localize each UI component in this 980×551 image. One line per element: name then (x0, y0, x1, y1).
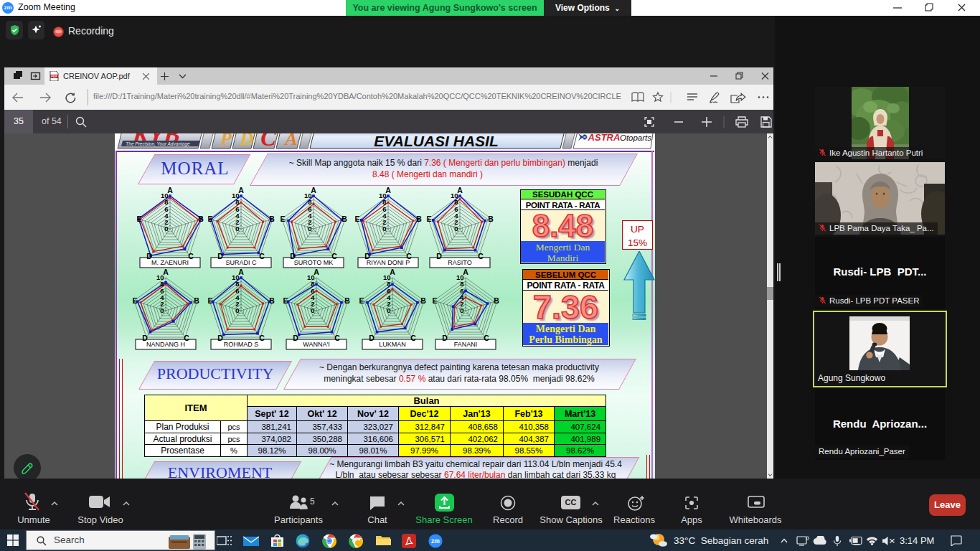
svg-text:PDF: PDF (51, 75, 57, 78)
svg-text:0: 0 (454, 225, 458, 232)
svg-text:E: E (432, 296, 437, 305)
svg-text:B: B (420, 296, 426, 305)
svg-text:D: D (293, 334, 298, 342)
svg-text:0: 0 (311, 306, 314, 314)
svg-text:B: B (494, 296, 499, 305)
svg-text:E: E (136, 215, 141, 223)
svg-text:0: 0 (387, 306, 390, 314)
svg-text:0: 0 (235, 306, 239, 314)
svg-text:B: B (198, 215, 204, 223)
svg-text:C: C (259, 334, 265, 342)
svg-text:C: C (259, 252, 265, 260)
svg-text:C: C (410, 334, 416, 342)
svg-text:FANANI: FANANI (454, 341, 478, 348)
svg-text:B: B (194, 296, 199, 305)
svg-text:B: B (416, 215, 422, 223)
svg-text:E: E (283, 296, 288, 305)
svg-text:0: 0 (164, 225, 168, 232)
svg-text:E: E (207, 215, 212, 223)
svg-text:C: C (334, 334, 340, 342)
svg-text:E: E (207, 296, 212, 305)
svg-text:E: E (426, 215, 431, 223)
svg-text:M. ZAENURI: M. ZAENURI (151, 259, 189, 266)
svg-text:B: B (488, 215, 494, 223)
svg-text:B: B (344, 296, 350, 305)
svg-text:C: C (260, 133, 276, 151)
svg-text:Otoparts: Otoparts (620, 133, 651, 142)
svg-text:D: D (217, 252, 223, 260)
svg-text:D: D (436, 252, 442, 260)
svg-text:NANDANG H: NANDANG H (146, 341, 185, 348)
svg-text:E: E (359, 296, 364, 305)
svg-text:E: E (132, 296, 137, 305)
svg-text:B: B (341, 215, 347, 223)
svg-text:0: 0 (235, 225, 239, 232)
svg-text:EVALUASI HASIL: EVALUASI HASIL (374, 133, 498, 149)
svg-text:D: D (369, 334, 374, 342)
svg-text:LUKMAN: LUKMAN (379, 341, 406, 348)
svg-text:zm: zm (431, 537, 440, 545)
svg-text:E: E (354, 215, 359, 223)
svg-text:RASITO: RASITO (448, 259, 471, 266)
svg-text:SUROTO MK: SUROTO MK (294, 259, 333, 266)
svg-text:0: 0 (308, 225, 311, 232)
svg-text:0: 0 (460, 306, 463, 314)
svg-text:E: E (280, 215, 285, 223)
svg-text:WANNA'I: WANNA'I (303, 341, 329, 348)
svg-text:C: C (484, 334, 489, 342)
svg-text:B: B (269, 296, 275, 305)
svg-text:D: D (442, 334, 448, 342)
svg-text:ASTRA: ASTRA (588, 133, 621, 143)
svg-text:A: A (283, 133, 297, 149)
svg-text:0: 0 (382, 225, 386, 232)
svg-text:SURADI C: SURADI C (225, 259, 257, 266)
svg-text:B: B (269, 215, 275, 223)
svg-text:0: 0 (160, 306, 164, 314)
svg-text:D: D (240, 133, 254, 149)
svg-text:ROHMAD S: ROHMAD S (224, 341, 259, 348)
svg-text:C: C (188, 252, 194, 260)
svg-text:C: C (478, 252, 484, 260)
svg-text:D: D (217, 334, 223, 342)
svg-text:RIYAN DONI P: RIYAN DONI P (367, 259, 410, 266)
svg-text:P: P (220, 133, 232, 149)
svg-text:The Precision, Your Advantage: The Precision, Your Advantage (126, 141, 190, 147)
